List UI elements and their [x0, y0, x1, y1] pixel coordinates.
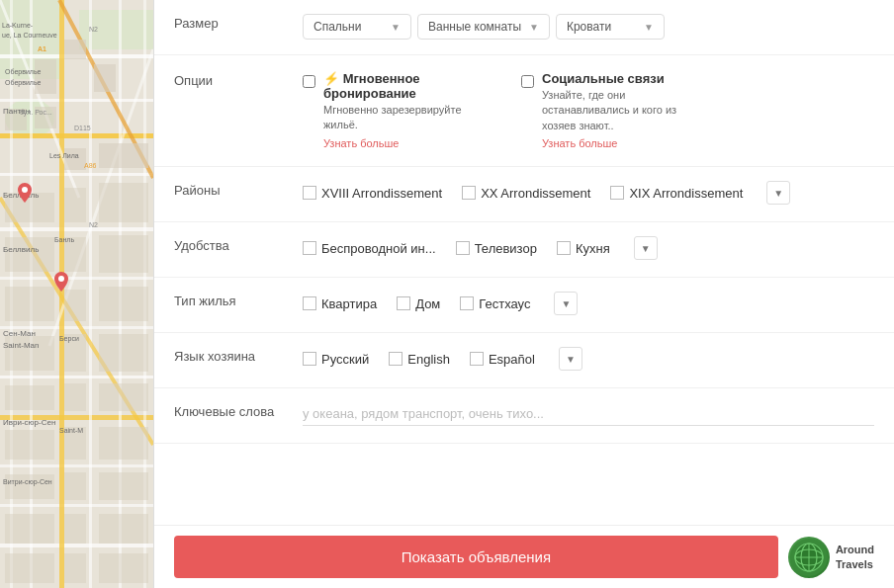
svg-rect-59 — [99, 553, 148, 583]
submit-bar: Показать объявления Around Travels — [154, 525, 894, 588]
lang-english[interactable]: English — [389, 352, 450, 367]
type-house[interactable]: Дом — [397, 296, 440, 311]
filter-row-size: Размер Спальни ▼ Ванные комнаты ▼ Кроват… — [154, 0, 894, 55]
svg-text:Банль: Банль — [54, 236, 74, 243]
brand-line2: Travels — [836, 557, 874, 571]
beds-label: Кровати — [567, 20, 611, 34]
social-title: Социальные связи — [542, 71, 710, 86]
amenities-label: Удобства — [174, 236, 303, 253]
svg-text:Saint-Man: Saint-Man — [3, 341, 39, 350]
svg-text:N2: N2 — [89, 26, 98, 33]
instant-checkbox[interactable] — [303, 75, 315, 88]
district-d20-label: XX Arrondissement — [481, 186, 590, 201]
district-d20-checkbox[interactable] — [462, 186, 476, 200]
svg-rect-53 — [99, 472, 148, 500]
svg-rect-35 — [99, 183, 148, 222]
type-apartment-label: Квартира — [321, 296, 377, 311]
amenity-wifi-checkbox[interactable] — [303, 241, 316, 255]
svg-text:Беллвиль: Беллвиль — [3, 245, 39, 254]
district-d18[interactable]: XVIII Arrondissement — [303, 186, 442, 201]
language-more-btn[interactable]: ▼ — [559, 347, 582, 371]
social-learn-more[interactable]: Узнать больше — [542, 137, 617, 149]
district-d20[interactable]: XX Arrondissement — [462, 186, 590, 201]
districts-more-btn[interactable]: ▼ — [766, 181, 790, 205]
type-guesthouse[interactable]: Гестхаус — [460, 296, 530, 311]
options-label: Опции — [174, 71, 303, 88]
district-d19[interactable]: XIX Arrondissement — [610, 186, 743, 201]
options-content: ⚡ Мгновенное бронирование Мгновенно заре… — [303, 71, 740, 150]
lang-english-label: English — [407, 352, 450, 367]
svg-text:La-Kurne-: La-Kurne- — [2, 22, 34, 29]
bedrooms-select[interactable]: Спальни ▼ — [303, 14, 411, 40]
svg-rect-44 — [99, 334, 148, 372]
svg-rect-41 — [99, 287, 148, 321]
map-panel: La-Kurne- ue, La Courneuve Обервилье Обе… — [0, 0, 153, 588]
amenity-tv[interactable]: Телевизор — [456, 241, 537, 256]
svg-text:A86: A86 — [84, 162, 97, 169]
bathrooms-arrow-icon: ▼ — [529, 22, 539, 33]
beds-arrow-icon: ▼ — [644, 22, 654, 33]
lang-spanish-checkbox[interactable] — [470, 352, 484, 366]
svg-rect-27 — [64, 40, 86, 59]
instant-title: ⚡ Мгновенное бронирование — [323, 71, 492, 101]
amenities-checkboxes: Беспроводной ин... Телевизор Кухня ▼ — [303, 236, 874, 260]
svg-rect-52 — [64, 472, 86, 500]
amenities-content: Беспроводной ин... Телевизор Кухня ▼ — [303, 236, 874, 260]
lang-spanish[interactable]: Español — [470, 352, 535, 367]
lang-russian-checkbox[interactable] — [303, 352, 316, 366]
amenity-tv-label: Телевизор — [475, 241, 537, 256]
amenity-kitchen[interactable]: Кухня — [557, 241, 610, 256]
districts-content: XVIII Arrondissement XX Arrondissement X… — [303, 181, 874, 205]
bathrooms-select[interactable]: Ванные комнаты ▼ — [417, 14, 550, 40]
instant-desc: Мгновенно зарезервируйте жильё. — [323, 103, 492, 133]
language-checkboxes: Русский English Español ▼ — [303, 347, 874, 371]
svg-text:A1: A1 — [38, 45, 46, 52]
type-apartment-checkbox[interactable] — [303, 296, 316, 310]
lang-english-checkbox[interactable] — [389, 352, 402, 366]
svg-text:Обервилье: Обервилье — [5, 68, 42, 76]
district-d19-checkbox[interactable] — [610, 186, 624, 200]
lang-russian[interactable]: Русский — [303, 352, 369, 367]
svg-text:Витри-сюр-Сен: Витри-сюр-Сен — [3, 478, 52, 486]
bolt-icon: ⚡ — [323, 71, 339, 86]
svg-rect-18 — [89, 0, 92, 588]
instant-learn-more[interactable]: Узнать больше — [323, 137, 399, 149]
svg-rect-34 — [64, 188, 86, 222]
type-apartment[interactable]: Квартира — [303, 296, 377, 311]
amenities-more-btn[interactable]: ▼ — [634, 236, 658, 260]
svg-rect-47 — [99, 383, 148, 411]
keywords-content — [303, 402, 874, 426]
svg-rect-5 — [0, 99, 153, 102]
type-house-checkbox[interactable] — [397, 296, 410, 310]
language-label: Язык хозяина — [174, 347, 303, 364]
filter-row-type: Тип жилья Квартира Дом Гестхаус ▼ — [154, 278, 894, 333]
amenity-wifi[interactable]: Беспроводной ин... — [303, 241, 436, 256]
keywords-input[interactable] — [303, 402, 874, 426]
amenity-tv-checkbox[interactable] — [456, 241, 470, 255]
brand-logo — [788, 537, 830, 578]
beds-select[interactable]: Кровати ▼ — [556, 14, 665, 40]
social-checkbox[interactable] — [521, 75, 534, 88]
submit-button[interactable]: Показать объявления — [174, 536, 778, 578]
social-option-text: Социальные связи Узнайте, где они остана… — [542, 71, 710, 150]
svg-rect-50 — [99, 427, 148, 460]
amenity-kitchen-checkbox[interactable] — [557, 241, 571, 255]
type-checkboxes: Квартира Дом Гестхаус ▼ — [303, 292, 874, 315]
svg-rect-36 — [5, 237, 54, 272]
svg-text:Иври-сюр-Сен: Иври-сюр-Сен — [3, 418, 55, 427]
svg-rect-56 — [99, 514, 148, 544]
social-option-block: Социальные связи Узнайте, где они остана… — [521, 71, 710, 150]
filter-row-amenities: Удобства Беспроводной ин... Телевизор Ку… — [154, 222, 894, 278]
district-d18-checkbox[interactable] — [303, 186, 316, 200]
svg-text:N2: N2 — [89, 221, 98, 228]
type-guesthouse-checkbox[interactable] — [460, 296, 474, 310]
social-desc: Узнайте, где они останавливались и кого … — [542, 88, 710, 133]
type-more-btn[interactable]: ▼ — [554, 292, 578, 315]
district-d18-label: XVIII Arrondissement — [321, 186, 442, 201]
lang-spanish-label: Español — [489, 352, 535, 367]
svg-text:Les Лила: Les Лила — [49, 152, 79, 159]
svg-rect-39 — [5, 287, 54, 321]
svg-point-82 — [58, 276, 64, 282]
svg-rect-32 — [99, 143, 148, 168]
instant-option-block: ⚡ Мгновенное бронирование Мгновенно заре… — [303, 71, 492, 150]
